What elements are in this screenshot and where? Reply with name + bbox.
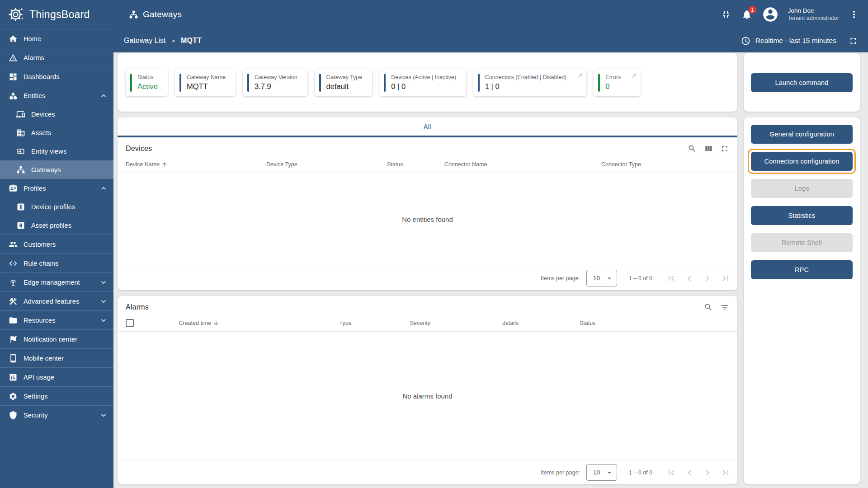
account-circle-icon[interactable]	[762, 6, 779, 23]
view-columns-icon[interactable]	[704, 144, 713, 153]
more-vert-icon[interactable]	[848, 9, 860, 20]
column-header-severity[interactable]: Severity	[410, 320, 502, 326]
column-header-alarm-status[interactable]: Status	[580, 320, 729, 326]
sidebar-item-entities[interactable]: Entities	[0, 86, 113, 105]
stat-card-errors[interactable]: Errors 0	[594, 69, 641, 96]
filter-icon[interactable]	[720, 303, 729, 312]
last-page-icon[interactable]	[720, 467, 731, 478]
state-tabbar: All	[118, 117, 737, 137]
column-header-connector-type[interactable]: Connector Type	[601, 161, 729, 168]
stat-value: default	[326, 82, 363, 91]
logs-button[interactable]: Logs	[751, 179, 853, 198]
connectors-configuration-button[interactable]: Connectors configuration	[751, 152, 853, 171]
sidebar-item-profiles[interactable]: Profiles	[0, 179, 113, 197]
tools-icon	[9, 297, 18, 306]
sidebar-item-entity-views[interactable]: Entity views	[0, 142, 113, 160]
last-page-icon[interactable]	[720, 273, 731, 284]
north-east-arrow-icon[interactable]	[631, 72, 637, 81]
sidebar-item-security[interactable]: Security	[0, 406, 113, 424]
first-page-icon[interactable]	[666, 273, 677, 284]
stat-label: Gateway Name	[187, 74, 226, 81]
chevron-up-icon[interactable]	[99, 91, 108, 100]
alarms-toolbar	[704, 303, 729, 312]
chevron-down-icon[interactable]	[99, 316, 108, 325]
chevron-down-icon[interactable]	[99, 411, 108, 420]
rpc-button[interactable]: RPC	[751, 260, 853, 279]
home-icon	[9, 34, 18, 43]
fullscreen-icon[interactable]	[720, 144, 729, 153]
previous-page-icon[interactable]	[684, 273, 695, 284]
rule-chain-icon	[9, 259, 18, 268]
devices-table-header: Device Name Device Type Status Connector…	[118, 156, 737, 173]
clock-icon	[741, 36, 750, 46]
gateway-stats-widget: Status Active Gateway Name MQTT	[118, 53, 737, 112]
stat-accent-bar	[179, 74, 181, 92]
bell-icon[interactable]: 1	[741, 9, 753, 20]
north-east-arrow-icon[interactable]	[576, 72, 583, 81]
action-row: Logs	[751, 179, 853, 198]
remote-shell-button[interactable]: Remote Shell	[751, 233, 853, 252]
pager-nav	[666, 273, 731, 284]
first-page-icon[interactable]	[666, 467, 677, 478]
sidebar-item-api-usage[interactable]: API usage	[0, 368, 113, 386]
sidebar-item-dashboards[interactable]: Dashboards	[0, 67, 113, 86]
alarms-table-header: Created time Type Severity details Statu…	[118, 314, 737, 332]
sidebar-item-device-profiles[interactable]: Device profiles	[0, 197, 113, 216]
sidebar-item-advanced-features[interactable]: Advanced features	[0, 292, 113, 310]
tab-all[interactable]: All	[424, 123, 431, 130]
connectors-configuration-highlight: Connectors configuration	[748, 149, 856, 174]
launch-command-button[interactable]: Launch command	[751, 73, 853, 92]
stat-value: 1 | 0	[485, 82, 566, 91]
user-info[interactable]: John Doe Tenant administrator	[788, 7, 839, 22]
brand-name: ThingsBoard	[29, 9, 90, 21]
previous-page-icon[interactable]	[684, 467, 695, 478]
warning-icon	[9, 53, 18, 62]
select-all-checkbox[interactable]	[126, 319, 134, 327]
column-header-device-type[interactable]: Device Type	[266, 161, 387, 168]
column-header-device-name[interactable]: Device Name	[126, 161, 266, 168]
timewindow-control[interactable]: Realtime - last 15 minutes	[741, 36, 858, 46]
sidebar-item-home[interactable]: Home	[0, 29, 113, 48]
devices-toolbar	[688, 144, 729, 153]
sidebar-item-edge-management[interactable]: Edge management	[0, 273, 113, 291]
chevron-down-icon[interactable]	[99, 297, 108, 306]
search-icon[interactable]	[688, 144, 697, 153]
sidebar-item-resources[interactable]: Resources	[0, 311, 113, 329]
bar-chart-icon	[9, 373, 18, 382]
sidebar-item-alarms[interactable]: Alarms	[0, 48, 113, 67]
sidebar-item-asset-profiles[interactable]: Asset profiles	[0, 216, 113, 235]
brand-header[interactable]: ThingsBoard	[0, 0, 113, 29]
collapse-icon[interactable]	[720, 9, 732, 20]
flag-icon	[9, 335, 18, 344]
top-header: Gateways 1 John Doe Tenant administrator	[113, 0, 868, 29]
sidebar-item-devices[interactable]: Devices	[0, 105, 113, 123]
search-icon[interactable]	[704, 303, 713, 312]
statistics-button[interactable]: Statistics	[751, 206, 853, 225]
fullscreen-icon[interactable]	[849, 36, 858, 46]
column-header-connector-name[interactable]: Connector Name	[444, 161, 601, 168]
sidebar-item-notification-center[interactable]: Notification center	[0, 330, 113, 348]
sidebar-item-gateways[interactable]: Gateways	[0, 160, 113, 179]
chevron-up-icon[interactable]	[99, 184, 108, 193]
sidebar-item-assets[interactable]: Assets	[0, 123, 113, 142]
page-size-select[interactable]: 10	[586, 270, 617, 286]
column-header-status[interactable]: Status	[387, 161, 444, 168]
sidebar-item-settings[interactable]: Settings	[0, 387, 113, 405]
next-page-icon[interactable]	[702, 467, 713, 478]
sidebar-item-rule-chains[interactable]: Rule chains	[0, 254, 113, 272]
general-configuration-button[interactable]: General configuration	[751, 125, 853, 144]
column-header-type[interactable]: Type	[340, 320, 410, 326]
stat-card-connectors[interactable]: Connectors (Enabled | Disabled) 1 | 0	[473, 69, 586, 96]
breadcrumb-bar: Gateway List > MQTT Realtime - last 15 m…	[113, 29, 868, 52]
chevron-down-icon	[605, 469, 613, 477]
next-page-icon[interactable]	[702, 273, 713, 284]
column-header-details[interactable]: details	[502, 320, 580, 326]
sidebar-item-customers[interactable]: Customers	[0, 235, 113, 253]
column-header-created-time[interactable]: Created time	[179, 320, 339, 326]
devices-empty-state: No entities found	[118, 173, 737, 266]
chevron-down-icon[interactable]	[99, 278, 108, 287]
sidebar-item-mobile-center[interactable]: Mobile center	[0, 349, 113, 367]
breadcrumb-parent[interactable]: Gateway List	[124, 37, 165, 45]
people-icon	[9, 240, 18, 249]
page-size-select[interactable]: 10	[586, 464, 617, 481]
